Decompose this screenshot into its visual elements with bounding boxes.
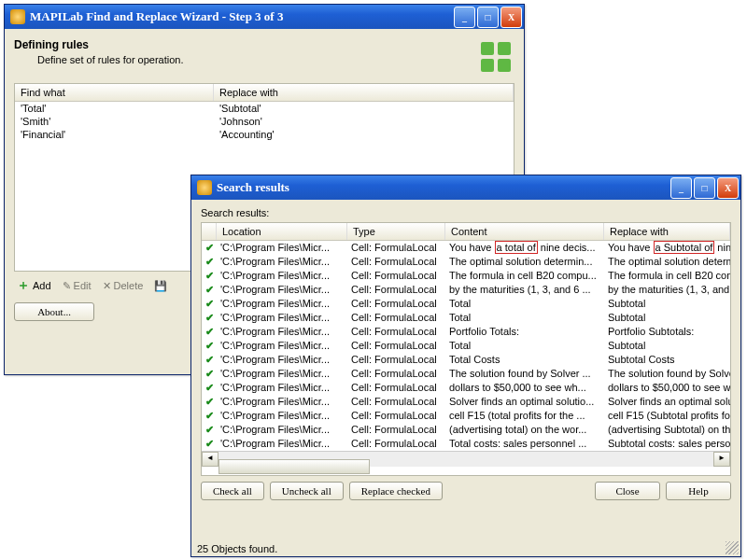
rules-row[interactable]: 'Total''Subtotal' — [15, 102, 514, 115]
check-icon[interactable]: ✔ — [202, 269, 217, 283]
check-icon[interactable]: ✔ — [202, 409, 217, 423]
app-icon — [197, 180, 212, 195]
col-replace[interactable]: Replace with — [214, 84, 514, 101]
close-dialog-button[interactable]: Close — [595, 482, 660, 500]
results-row[interactable]: ✔'C:\Program Files\Micr...Cell: FormulaL… — [202, 367, 730, 381]
horizontal-scrollbar[interactable]: ◄ ► — [202, 451, 730, 467]
results-row[interactable]: ✔'C:\Program Files\Micr...Cell: FormulaL… — [202, 395, 730, 409]
col-type[interactable]: Type — [347, 223, 445, 240]
minimize-button[interactable]: _ — [670, 177, 692, 199]
app-icon — [10, 9, 25, 24]
results-row[interactable]: ✔'C:\Program Files\Micr...Cell: FormulaL… — [202, 423, 730, 437]
wizard-logo-icon — [477, 38, 514, 76]
results-row[interactable]: ✔'C:\Program Files\Micr...Cell: FormulaL… — [202, 255, 730, 269]
results-window: Search results _ □ X Search results: Loc… — [190, 175, 741, 557]
check-icon[interactable]: ✔ — [202, 395, 217, 409]
results-row[interactable]: ✔'C:\Program Files\Micr...Cell: FormulaL… — [202, 283, 730, 297]
wizard-titlebar[interactable]: MAPILab Find and Replace Wizard - Step 3… — [5, 5, 524, 29]
check-icon[interactable]: ✔ — [202, 437, 217, 451]
results-row[interactable]: ✔'C:\Program Files\Micr...Cell: FormulaL… — [202, 297, 730, 311]
plus-icon: ＋ — [17, 277, 30, 294]
rules-row[interactable]: 'Financial''Accounting' — [15, 128, 514, 141]
check-icon[interactable]: ✔ — [202, 297, 217, 311]
minimize-button[interactable]: _ — [454, 7, 475, 28]
check-icon[interactable]: ✔ — [202, 241, 217, 255]
page-heading: Defining rules — [14, 38, 184, 51]
results-row[interactable]: ✔'C:\Program Files\Micr...Cell: FormulaL… — [202, 437, 730, 451]
scroll-right-icon[interactable]: ► — [713, 452, 730, 467]
save-button[interactable]: 💾 — [151, 279, 170, 293]
results-row[interactable]: ✔'C:\Program Files\Micr...Cell: FormulaL… — [202, 381, 730, 395]
delete-icon: ✕ — [103, 280, 111, 292]
results-titlebar[interactable]: Search results _ □ X — [191, 175, 740, 200]
resize-grip-icon[interactable] — [726, 541, 739, 554]
results-row[interactable]: ✔'C:\Program Files\Micr...Cell: FormulaL… — [202, 311, 730, 325]
help-button[interactable]: Help — [666, 482, 731, 500]
scroll-thumb[interactable] — [218, 459, 370, 474]
delete-button[interactable]: ✕Delete — [100, 279, 147, 293]
check-icon[interactable]: ✔ — [202, 381, 217, 395]
results-label: Search results: — [201, 207, 731, 218]
results-row[interactable]: ✔'C:\Program Files\Micr...Cell: FormulaL… — [202, 353, 730, 367]
results-row[interactable]: ✔'C:\Program Files\Micr...Cell: FormulaL… — [202, 409, 730, 423]
status-text: 25 Objects found. — [197, 543, 277, 554]
results-list[interactable]: Location Type Content Replace with ✔'C:\… — [201, 222, 731, 476]
col-location[interactable]: Location — [217, 223, 347, 240]
floppy-icon: 💾 — [154, 280, 167, 292]
edit-button[interactable]: ✎Edit — [60, 279, 94, 293]
results-row[interactable]: ✔'C:\Program Files\Micr...Cell: FormulaL… — [202, 241, 730, 255]
results-row[interactable]: ✔'C:\Program Files\Micr...Cell: FormulaL… — [202, 325, 730, 339]
check-all-button[interactable]: Check all — [201, 482, 264, 500]
pencil-icon: ✎ — [63, 280, 71, 292]
check-icon[interactable]: ✔ — [202, 423, 217, 437]
maximize-button[interactable]: □ — [694, 177, 715, 199]
maximize-button[interactable]: □ — [477, 7, 499, 28]
close-button[interactable]: X — [717, 177, 739, 199]
page-subheading: Define set of rules for operation. — [37, 54, 184, 65]
wizard-title: MAPILab Find and Replace Wizard - Step 3… — [30, 9, 454, 24]
col-replace[interactable]: Replace with — [604, 223, 730, 240]
check-icon[interactable]: ✔ — [202, 353, 217, 367]
results-row[interactable]: ✔'C:\Program Files\Micr...Cell: FormulaL… — [202, 269, 730, 283]
scroll-left-icon[interactable]: ◄ — [202, 452, 218, 467]
check-icon[interactable]: ✔ — [202, 339, 217, 353]
col-find[interactable]: Find what — [15, 84, 214, 101]
check-icon[interactable]: ✔ — [202, 255, 217, 269]
check-icon[interactable]: ✔ — [202, 311, 217, 325]
close-button[interactable]: X — [500, 7, 522, 28]
uncheck-all-button[interactable]: Uncheck all — [270, 482, 344, 500]
replace-checked-button[interactable]: Replace checked — [349, 482, 443, 500]
check-icon[interactable]: ✔ — [202, 367, 217, 381]
check-icon[interactable]: ✔ — [202, 283, 217, 297]
check-icon[interactable]: ✔ — [202, 325, 217, 339]
results-row[interactable]: ✔'C:\Program Files\Micr...Cell: FormulaL… — [202, 339, 730, 353]
rules-row[interactable]: 'Smith''Johnson' — [15, 115, 514, 128]
results-title: Search results — [217, 180, 670, 195]
about-button[interactable]: About... — [14, 302, 94, 321]
col-content[interactable]: Content — [445, 223, 604, 240]
add-button[interactable]: ＋Add — [14, 276, 54, 295]
